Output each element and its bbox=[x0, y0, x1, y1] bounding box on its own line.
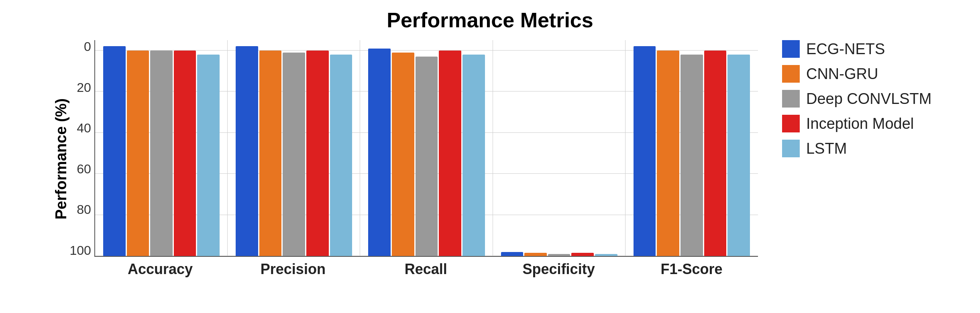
x-label-precision: Precision bbox=[226, 257, 359, 278]
y-tick-label: 40 bbox=[77, 122, 91, 134]
bar-cnn-gru bbox=[127, 51, 149, 256]
plot-with-yticks: 100806040200 bbox=[70, 40, 758, 257]
bar-group-f1-score bbox=[625, 40, 758, 256]
bar-deep-convlstm bbox=[416, 57, 438, 256]
bar-lstm bbox=[330, 55, 352, 256]
x-label-spacer bbox=[70, 257, 94, 278]
chart-title: Performance Metrics bbox=[387, 8, 593, 32]
x-axis-labels: AccuracyPrecisionRecallSpecificityF1-Sco… bbox=[70, 257, 758, 278]
bar-inception-model bbox=[704, 51, 727, 256]
y-tick-label: 60 bbox=[77, 163, 91, 175]
legend-label-cnn-gru: CNN-GRU bbox=[806, 65, 878, 83]
bar-cnn-gru bbox=[259, 51, 282, 256]
chart-body: Performance (%) 100806040200 AccuracyPre… bbox=[49, 40, 932, 305]
bar-inception-model bbox=[571, 253, 594, 256]
x-labels-row: AccuracyPrecisionRecallSpecificityF1-Sco… bbox=[94, 257, 758, 278]
bar-lstm bbox=[197, 55, 220, 256]
legend-item-cnn-gru: CNN-GRU bbox=[782, 65, 932, 83]
legend-item-lstm: LSTM bbox=[782, 140, 932, 157]
legend-swatch-inception-model bbox=[782, 115, 800, 132]
bar-ecg-nets bbox=[634, 46, 656, 256]
legend-item-inception-model: Inception Model bbox=[782, 115, 932, 132]
legend: ECG-NETSCNN-GRUDeep CONVLSTMInception Mo… bbox=[758, 40, 932, 157]
bar-deep-convlstm bbox=[150, 51, 173, 256]
y-tick-label: 0 bbox=[84, 40, 91, 53]
bar-ecg-nets bbox=[103, 46, 126, 256]
bar-inception-model bbox=[174, 51, 196, 256]
x-label-recall: Recall bbox=[359, 257, 492, 278]
x-label-specificity: Specificity bbox=[492, 257, 625, 278]
chart-inner: 100806040200 AccuracyPrecisionRecallSpec… bbox=[70, 40, 758, 278]
bar-inception-model bbox=[439, 51, 461, 256]
legend-swatch-cnn-gru bbox=[782, 65, 800, 83]
bar-lstm bbox=[462, 55, 485, 256]
bar-group-recall bbox=[360, 40, 493, 256]
legend-swatch-deep-convlstm bbox=[782, 90, 800, 108]
legend-label-ecg-nets: ECG-NETS bbox=[806, 41, 885, 58]
legend-swatch-lstm bbox=[782, 140, 800, 157]
chart-area: Performance (%) 100806040200 AccuracyPre… bbox=[49, 40, 758, 278]
y-axis-label: Performance (%) bbox=[49, 40, 70, 278]
legend-label-inception-model: Inception Model bbox=[806, 115, 914, 132]
x-label-f1-score: F1-Score bbox=[625, 257, 758, 278]
bar-group-precision bbox=[228, 40, 360, 256]
bar-lstm bbox=[727, 55, 750, 256]
bar-group-specificity bbox=[493, 40, 625, 256]
bar-cnn-gru bbox=[392, 53, 414, 256]
legend-label-deep-convlstm: Deep CONVLSTM bbox=[806, 90, 932, 108]
bar-ecg-nets bbox=[236, 46, 258, 256]
y-tick-label: 20 bbox=[77, 81, 91, 94]
groups-wrapper bbox=[95, 40, 758, 256]
bar-lstm bbox=[595, 254, 617, 256]
y-tick-label: 100 bbox=[70, 244, 91, 257]
bar-inception-model bbox=[306, 51, 329, 256]
bar-cnn-gru bbox=[524, 253, 547, 256]
bar-group-accuracy bbox=[95, 40, 228, 256]
chart-container: Performance Metrics Performance (%) 1008… bbox=[49, 8, 932, 305]
bar-cnn-gru bbox=[657, 51, 679, 256]
legend-swatch-ecg-nets bbox=[782, 40, 800, 58]
legend-label-lstm: LSTM bbox=[806, 140, 847, 157]
y-tick-label: 80 bbox=[77, 203, 91, 216]
legend-item-ecg-nets: ECG-NETS bbox=[782, 40, 932, 58]
bar-deep-convlstm bbox=[283, 53, 305, 256]
legend-item-deep-convlstm: Deep CONVLSTM bbox=[782, 90, 932, 108]
bar-deep-convlstm bbox=[548, 254, 570, 256]
plot-area bbox=[94, 40, 758, 257]
bar-deep-convlstm bbox=[680, 55, 703, 256]
bar-ecg-nets bbox=[368, 49, 391, 256]
bar-ecg-nets bbox=[501, 252, 524, 256]
x-label-accuracy: Accuracy bbox=[94, 257, 227, 278]
y-tick-labels: 100806040200 bbox=[70, 40, 94, 257]
